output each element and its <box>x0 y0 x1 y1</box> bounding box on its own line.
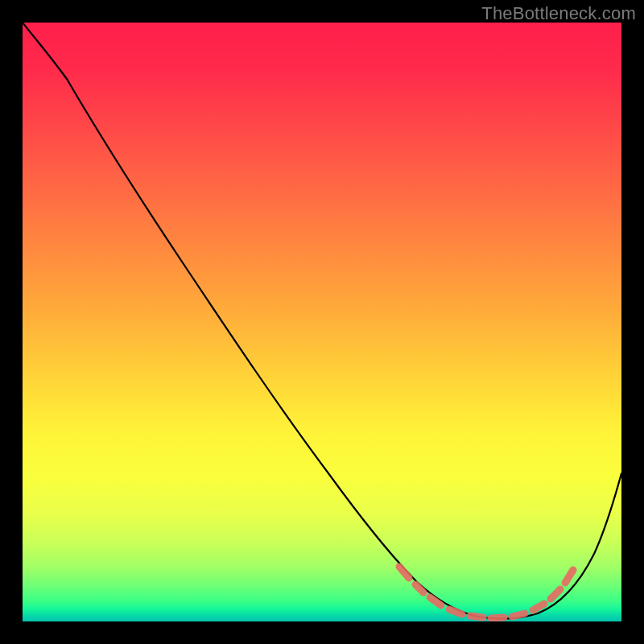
bottleneck-curve <box>23 23 621 621</box>
marker-dash <box>565 570 573 583</box>
marker-dash <box>449 609 462 614</box>
plot-area <box>23 23 621 621</box>
marker-dash <box>551 589 560 599</box>
optimal-region-markers <box>399 567 573 618</box>
chart-frame: TheBottleneck.com <box>0 0 644 644</box>
marker-dash <box>470 616 483 617</box>
marker-dash <box>399 567 409 578</box>
marker-dash <box>533 604 544 610</box>
marker-dash <box>430 597 441 605</box>
watermark-text: TheBottleneck.com <box>481 3 636 24</box>
curve-path <box>23 23 621 619</box>
marker-dash <box>512 613 525 617</box>
marker-dash <box>491 617 504 618</box>
